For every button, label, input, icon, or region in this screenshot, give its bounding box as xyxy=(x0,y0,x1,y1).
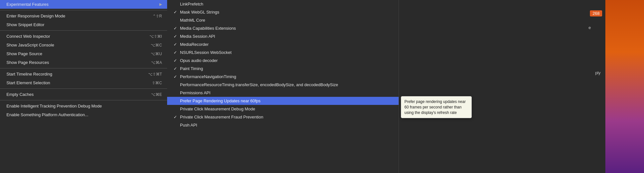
menu-label-empty-caches: Empty Caches xyxy=(6,92,34,97)
submenu-item-opus[interactable]: ✓ Opus audio decoder xyxy=(167,56,399,65)
label-mathml: MathML Core xyxy=(180,18,393,23)
shortcut-page-resources: ⌥⌘A xyxy=(151,60,162,65)
shortcut-js-console: ⌥⌘C xyxy=(151,43,162,47)
tooltip: Prefer page rendering updates near 60 fr… xyxy=(401,96,472,118)
menu-label-snippet: Show Snippet Editor xyxy=(6,22,44,27)
label-mask-webgl: Mask WebGL Strings xyxy=(180,10,393,15)
menu-item-enable-something[interactable]: Enable Something Platform Authentication… xyxy=(0,110,167,119)
submenu-item-perf-res[interactable]: PerformanceResourceTiming.transferSize, … xyxy=(167,81,399,89)
menu-item-element-sel[interactable]: Start Element Selection ⇧⌘C xyxy=(0,78,167,87)
shortcut-page-source: ⌥⌘U xyxy=(151,52,162,56)
submenu-item-nsurlsession[interactable]: ✓ NSURLSession WebSocket xyxy=(167,48,399,56)
check-media-cap: ✓ xyxy=(174,26,180,31)
label-prefer-60fps: Prefer Page Rendering Updates near 60fps xyxy=(180,98,393,103)
right-accent-bar xyxy=(605,0,644,173)
label-linkprefetch: LinkPrefetch xyxy=(180,2,393,6)
menu-label-page-source: Show Page Source xyxy=(6,51,42,56)
check-media-session: ✓ xyxy=(174,34,180,39)
menu-label-itp-debug: Enable Intelligent Tracking Prevention D… xyxy=(6,104,102,108)
partial-text-ply: ply xyxy=(595,70,601,75)
divider-2 xyxy=(0,30,167,31)
menu-item-snippet[interactable]: Show Snippet Editor xyxy=(0,20,167,29)
menu-label-enable-something: Enable Something Platform Authentication… xyxy=(6,112,88,117)
check-media-recorder: ✓ xyxy=(174,42,180,47)
menu-label-responsive: Enter Responsive Design Mode xyxy=(6,14,65,18)
menu-item-page-resources[interactable]: Show Page Resources ⌥⌘A xyxy=(0,58,167,67)
menu-label-element-sel: Start Element Selection xyxy=(6,80,50,85)
check-opus: ✓ xyxy=(174,58,180,63)
submenu-item-mask-webgl[interactable]: ✓ Mask WebGL Strings xyxy=(167,8,399,16)
check-mask-webgl: ✓ xyxy=(174,10,180,15)
submenu-item-prefer-60fps[interactable]: Prefer Page Rendering Updates near 60fps xyxy=(167,97,399,105)
submenu-item-media-session[interactable]: ✓ Media Session API xyxy=(167,32,399,40)
right-submenu: LinkPrefetch ✓ Mask WebGL Strings MathML… xyxy=(167,0,399,173)
check-pcm-fraud: ✓ xyxy=(174,115,180,119)
shortcut-empty-caches: ⌥⌘E xyxy=(151,92,162,97)
menu-item-empty-caches[interactable]: Empty Caches ⌥⌘E xyxy=(0,90,167,99)
menu-item-timeline[interactable]: Start Timeline Recording ⌥⇧⌘T xyxy=(0,70,167,78)
submenu-item-media-recorder[interactable]: ✓ MediaRecorder xyxy=(167,40,399,48)
menu-item-responsive[interactable]: Enter Responsive Design Mode ⌃⇧R xyxy=(0,12,167,20)
label-paint-timing: Paint Timing xyxy=(180,66,393,71)
label-perf-res: PerformanceResourceTiming.transferSize, … xyxy=(180,82,393,87)
left-menu: Experimental Features ▶ Enter Responsive… xyxy=(0,0,167,173)
menu-label-timeline: Start Timeline Recording xyxy=(6,72,52,76)
submenu-item-mathml[interactable]: MathML Core xyxy=(167,16,399,24)
menu-label-inspector: Connect Web Inspector xyxy=(6,34,50,39)
divider-1 xyxy=(0,10,167,10)
shortcut-inspector: ⌥⇧⌘I xyxy=(149,34,162,39)
shortcut-timeline: ⌥⇧⌘T xyxy=(148,72,162,76)
submenu-item-permissions[interactable]: Permissions API xyxy=(167,89,399,97)
submenu-item-perf-nav[interactable]: ✓ PerformanceNavigationTiming xyxy=(167,73,399,81)
submenu-item-pcm-fraud[interactable]: ✓ Private Click Measurement Fraud Preven… xyxy=(167,113,399,121)
shortcut-responsive: ⌃⇧R xyxy=(153,14,162,18)
menu-item-page-source[interactable]: Show Page Source ⌥⌘U xyxy=(0,49,167,58)
check-perf-nav: ✓ xyxy=(174,74,180,79)
menu-item-inspector[interactable]: Connect Web Inspector ⌥⇧⌘I xyxy=(0,32,167,41)
menu-label-experimental: Experimental Features xyxy=(6,2,49,7)
check-nsurlsession: ✓ xyxy=(174,50,180,55)
submenu-item-pcm-debug[interactable]: Private Click Measurement Debug Mode xyxy=(167,105,399,113)
divider-4 xyxy=(0,88,167,89)
menu-label-page-resources: Show Page Resources xyxy=(6,60,49,65)
divider-5 xyxy=(0,100,167,100)
menu-item-itp-debug[interactable]: Enable Intelligent Tracking Prevention D… xyxy=(0,102,167,110)
label-media-recorder: MediaRecorder xyxy=(180,42,393,47)
chevron-icon: ▶ xyxy=(159,2,162,6)
label-permissions: Permissions API xyxy=(180,90,393,95)
label-media-session: Media Session API xyxy=(180,34,393,39)
shortcut-element-sel: ⇧⌘C xyxy=(152,81,162,85)
submenu-item-media-cap[interactable]: ✓ Media Capabilities Extensions xyxy=(167,24,399,32)
label-pcm-fraud: Private Click Measurement Fraud Preventi… xyxy=(180,115,393,119)
badge: 268 xyxy=(590,10,602,16)
submenu-item-push-api[interactable]: Push API xyxy=(167,121,399,129)
submenu-item-paint-timing[interactable]: ✓ Paint Timing xyxy=(167,65,399,73)
label-nsurlsession: NSURLSession WebSocket xyxy=(180,50,393,55)
label-media-cap: Media Capabilities Extensions xyxy=(180,26,393,31)
menu-item-experimental[interactable]: Experimental Features ▶ xyxy=(0,0,167,9)
label-opus: Opus audio decoder xyxy=(180,58,393,63)
submenu-item-linkprefetch[interactable]: LinkPrefetch xyxy=(167,0,399,8)
label-perf-nav: PerformanceNavigationTiming xyxy=(180,74,393,79)
check-paint-timing: ✓ xyxy=(174,66,180,71)
menu-label-js-console: Show JavaScript Console xyxy=(6,43,54,47)
menu-item-js-console[interactable]: Show JavaScript Console ⌥⌘C xyxy=(0,41,167,49)
label-pcm-debug: Private Click Measurement Debug Mode xyxy=(180,107,393,111)
divider-3 xyxy=(0,68,167,68)
label-push-api: Push API xyxy=(180,123,393,127)
partial-text-e: e xyxy=(589,25,591,30)
